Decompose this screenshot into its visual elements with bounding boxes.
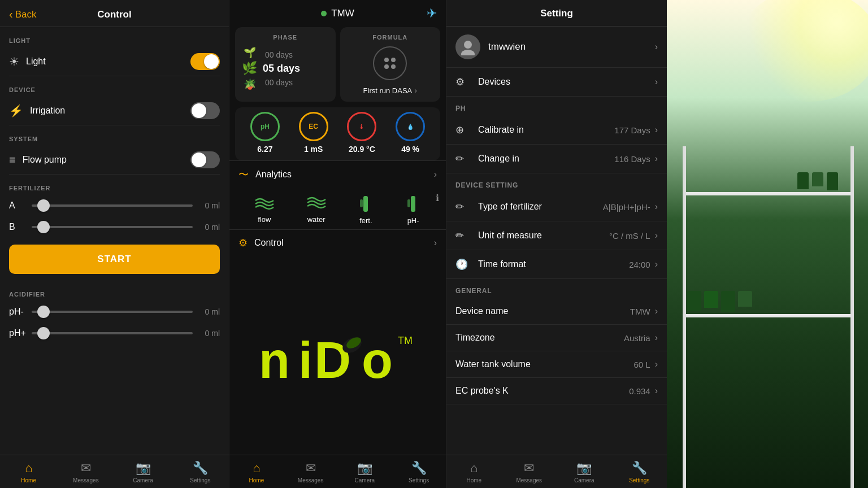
start-button[interactable]: START	[9, 245, 220, 274]
flow-item-flow[interactable]: flow	[254, 196, 275, 224]
right-content: tmwwien › ⚙ Devices › PH ⊕ Calibrate in …	[446, 27, 667, 455]
fertilizer-b-row: B 0 ml	[9, 216, 220, 238]
light-row: ☀ Light	[9, 47, 220, 76]
back-button[interactable]: ‹ Back	[9, 8, 36, 21]
mid-nav-messages[interactable]: ✉ Messages	[284, 459, 338, 486]
back-chevron-icon: ‹	[9, 8, 13, 21]
middle-bottom-nav: ⌂ Home ✉ Messages 📷 Camera 🔧 Settings	[229, 455, 446, 488]
left-nav-home[interactable]: ⌂ Home	[0, 459, 57, 486]
formula-dot-3	[384, 64, 389, 69]
right-nav-home[interactable]: ⌂ Home	[446, 459, 502, 486]
ph-minus-thumb[interactable]	[37, 306, 50, 318]
upper-plant-3	[827, 172, 838, 190]
device-name-chevron-icon: ›	[655, 306, 658, 316]
calibrate-value: 177 Days	[614, 125, 650, 135]
timezone-value: Austria	[624, 333, 650, 343]
info-icon[interactable]: ℹ	[436, 193, 439, 203]
time-format-label: Time format	[478, 259, 629, 269]
control-row[interactable]: ⚙ Control ›	[229, 229, 446, 256]
svg-text:o: o	[362, 332, 393, 389]
seedling-icon: 🌱	[244, 46, 256, 59]
mid-nav-home[interactable]: ⌂ Home	[229, 459, 284, 486]
water-tank-chevron-icon: ›	[655, 359, 658, 369]
left-home-label: Home	[21, 477, 36, 483]
right-nav-camera[interactable]: 📷 Camera	[557, 459, 612, 486]
left-nav-messages[interactable]: ✉ Messages	[57, 459, 114, 486]
change-chevron-icon: ›	[655, 154, 658, 164]
flow-item-water[interactable]: water	[306, 196, 327, 224]
fertilizer-a-track[interactable]	[32, 204, 193, 207]
temp-circle: 🌡	[347, 112, 376, 141]
send-icon[interactable]: ✈	[427, 6, 437, 21]
flow-pump-row-left: ≡ Flow pump	[9, 154, 67, 167]
time-format-row[interactable]: 🕐 Time format 24:00 ›	[446, 250, 667, 279]
irrigation-toggle[interactable]	[190, 102, 220, 119]
mid-nav-settings[interactable]: 🔧 Settings	[392, 459, 446, 486]
water-tank-row[interactable]: Water tank volume 60 L ›	[446, 351, 667, 378]
camera-panel	[667, 0, 868, 488]
right-settings-label: Settings	[629, 477, 649, 483]
flow-item-phm[interactable]: pH-	[405, 195, 421, 225]
mid-nav-camera[interactable]: 📷 Camera	[338, 459, 392, 486]
time-format-icon: 🕐	[455, 258, 471, 271]
flow-pump-toggle[interactable]	[190, 151, 220, 168]
right-header: Setting	[446, 0, 667, 27]
analytics-chevron-icon: ›	[434, 169, 437, 180]
flow-pump-toggle-knob	[192, 152, 206, 167]
flow-pump-label: Flow pump	[23, 155, 67, 165]
ph-plus-row: pH+ 0 ml	[9, 323, 220, 344]
tmw-label: TMW	[331, 8, 354, 19]
fertilizer-b-thumb[interactable]	[37, 221, 50, 233]
phase-day-2-value: 05 days	[263, 63, 300, 75]
ph-plus-thumb[interactable]	[37, 327, 50, 339]
analytics-label: Analytics	[255, 169, 292, 180]
tmw-status: TMW	[321, 8, 354, 19]
plants-lower	[687, 291, 752, 312]
left-camera-icon: 📷	[136, 461, 151, 476]
ec-probe-row[interactable]: EC probe's K 0.934 ›	[446, 378, 667, 404]
left-nav-camera[interactable]: 📷 Camera	[115, 459, 172, 486]
phase-box: PHASE 🌱 🌿 🪴 00 days 05 days 00 days	[235, 27, 336, 102]
ph-minus-track[interactable]	[32, 311, 193, 313]
ph-value: 6.27	[257, 145, 272, 154]
control-icon: ⚙	[238, 237, 248, 249]
ph-plus-track[interactable]	[32, 332, 193, 334]
phase-day-1: 00 days	[263, 50, 329, 59]
svg-text:TM: TM	[398, 335, 413, 346]
unit-measure-row[interactable]: ✏ Unit of measure °C / mS / L ›	[446, 221, 667, 250]
analytics-row[interactable]: 〜 Analytics ›	[229, 160, 446, 188]
profile-row[interactable]: tmwwien ›	[446, 27, 667, 68]
formula-link[interactable]: First run DASA ›	[363, 86, 417, 95]
devices-row[interactable]: ⚙ Devices ›	[446, 68, 667, 97]
fertilizer-a-thumb[interactable]	[37, 199, 50, 212]
left-content: LIGHT ☀ Light DEVICE ⚡ Irrigation SYSTEM	[0, 27, 229, 455]
fertilizer-b-track[interactable]	[32, 226, 193, 228]
phase-day-3: 00 days	[263, 78, 329, 87]
right-nav-messages[interactable]: ✉ Messages	[502, 459, 557, 486]
mid-camera-label: Camera	[355, 477, 375, 483]
ph-plus-label: pH+	[9, 328, 26, 338]
flow-item-fert[interactable]: fert.	[358, 195, 374, 225]
mid-settings-icon: 🔧	[411, 461, 427, 476]
fertilizer-type-row[interactable]: ✏ Type of fertilizer A|B|pH+|pH- ›	[446, 193, 667, 221]
upper-plant-2	[812, 172, 823, 186]
devices-label: Devices	[478, 77, 655, 87]
water-label: water	[307, 215, 326, 224]
general-section-label: GENERAL	[446, 279, 667, 298]
profile-chevron-icon: ›	[655, 42, 658, 52]
phase-day-1-value: 00 days	[265, 50, 293, 59]
flow-pump-icon: ≡	[9, 154, 16, 167]
change-row[interactable]: ✏ Change in 116 Days ›	[446, 145, 667, 173]
mid-header: TMW ✈	[229, 0, 446, 27]
timezone-row[interactable]: Timezone Austria ›	[446, 325, 667, 351]
right-title: Setting	[540, 8, 573, 19]
calibrate-row[interactable]: ⊕ Calibrate in 177 Days ›	[446, 116, 667, 145]
left-panel: ‹ Back Control LIGHT ☀ Light DEVICE ⚡ Ir…	[0, 0, 229, 488]
left-nav-settings[interactable]: 🔧 Settings	[172, 459, 229, 486]
right-nav-settings[interactable]: 🔧 Settings	[612, 459, 667, 486]
formula-dots	[381, 58, 398, 69]
right-home-icon: ⌂	[470, 461, 478, 476]
device-setting-label: DEVICE SETTING	[446, 173, 667, 193]
device-name-row[interactable]: Device name TMW ›	[446, 298, 667, 325]
light-toggle[interactable]	[190, 53, 220, 70]
